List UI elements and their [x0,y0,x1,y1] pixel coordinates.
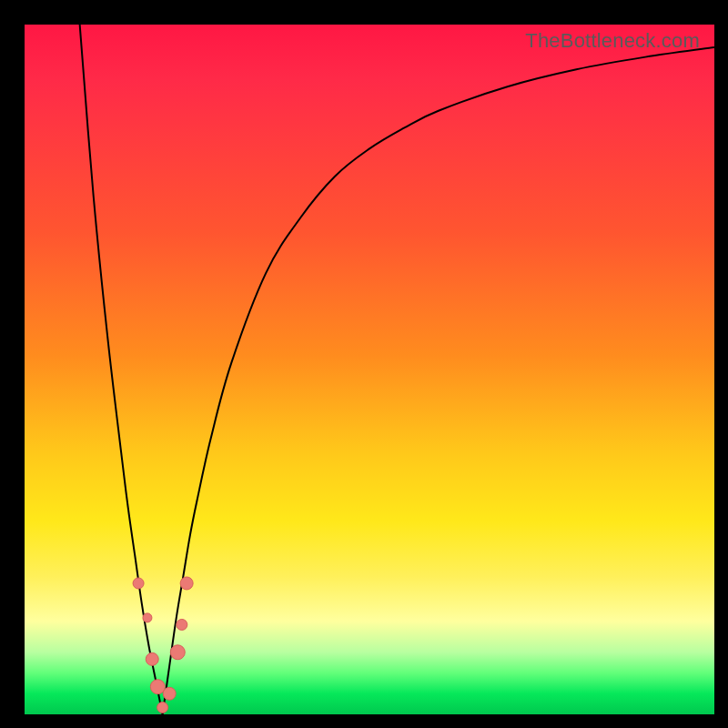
data-marker [180,577,193,590]
curve-overlay [25,25,714,714]
curve-left [80,25,163,714]
data-marker [177,619,187,630]
plot-area: TheBottleneck.com [25,25,714,714]
data-marker [170,645,185,660]
curve-right [163,47,714,714]
data-marker [146,652,158,665]
data-marker [133,578,144,589]
data-marker [150,680,165,694]
data-marker [157,702,168,713]
watermark-text: TheBottleneck.com [525,29,700,53]
data-marker [163,687,176,700]
data-markers [133,577,193,713]
data-marker [143,613,152,622]
chart-frame: TheBottleneck.com [0,0,728,728]
